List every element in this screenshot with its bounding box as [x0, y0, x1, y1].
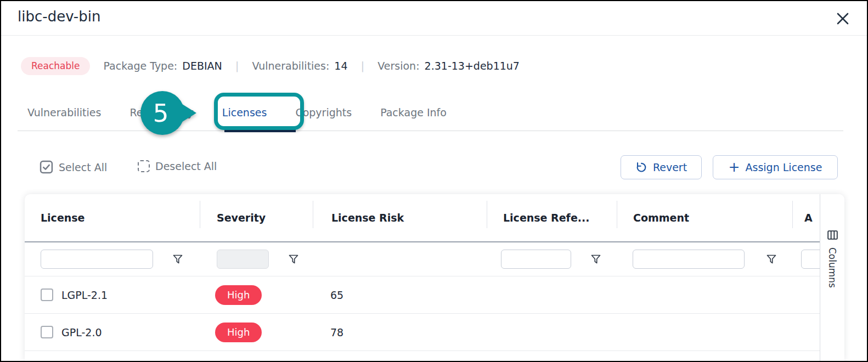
separator: |	[235, 59, 239, 72]
checkbox-checked-icon	[40, 160, 53, 174]
undo-icon	[635, 161, 647, 173]
separator: |	[361, 59, 365, 72]
package-type: Package Type: DEBIAN	[103, 60, 222, 72]
columns-panel-label: Columns	[827, 247, 838, 288]
table-header-row: License Severity License Risk License Re…	[25, 194, 820, 241]
filter-icon-license-reference[interactable]	[591, 254, 601, 264]
assign-license-button[interactable]: + Assign License	[713, 155, 838, 179]
vulnerabilities-count: Vulnerabilities: 14	[252, 60, 348, 72]
close-button[interactable]	[834, 10, 852, 28]
table-row: GPL-2.0 High 78	[25, 313, 820, 350]
filter-icon-comment[interactable]	[766, 254, 776, 264]
close-icon	[836, 12, 850, 26]
package-details-modal: libc-dev-bin Reachable Package Type: DEB…	[0, 0, 868, 362]
filter-input-license-reference[interactable]	[501, 250, 571, 269]
column-header-comment[interactable]: Comment	[617, 194, 792, 241]
column-header-license-risk[interactable]: License Risk	[313, 194, 487, 241]
column-header-license[interactable]: License	[25, 194, 200, 241]
severity-badge: High	[215, 285, 262, 305]
license-name: GPL-2.0	[61, 326, 102, 338]
header-divider	[1, 35, 867, 36]
version: Version: 2.31-13+deb11u7	[377, 60, 520, 72]
deselect-all-label: Deselect All	[155, 160, 217, 172]
column-header-a[interactable]: A	[792, 194, 820, 241]
version-label: Version:	[377, 60, 419, 72]
version-value: 2.31-13+deb11u7	[425, 60, 520, 72]
tab-vulnerabilities[interactable]: Vulnerabilities	[27, 106, 101, 118]
vulnerabilities-value: 14	[334, 60, 347, 72]
columns-icon	[827, 230, 838, 240]
annotation-step-balloon: 5	[138, 90, 198, 137]
license-risk-value: 78	[330, 326, 343, 338]
revert-label: Revert	[653, 161, 687, 173]
select-all-label: Select All	[59, 161, 107, 173]
table-row: LGPL-2.1 High 65	[25, 276, 820, 313]
revert-button[interactable]: Revert	[621, 155, 702, 179]
tab-package-info[interactable]: Package Info	[380, 106, 447, 118]
annotation-highlight-box	[214, 93, 304, 130]
columns-panel-button[interactable]: Columns	[820, 194, 844, 361]
deselect-all-button[interactable]: Deselect All	[138, 160, 217, 172]
row-checkbox[interactable]	[41, 326, 53, 338]
vulnerabilities-label: Vulnerabilities:	[252, 60, 330, 72]
filter-icon-severity[interactable]	[289, 254, 298, 264]
column-header-license-reference[interactable]: License Refe...	[487, 194, 617, 241]
severity-badge: High	[215, 323, 262, 342]
annotation-step-number: 5	[153, 99, 169, 128]
select-all-button[interactable]: Select All	[40, 160, 107, 174]
checkbox-dashed-icon	[138, 160, 150, 172]
package-type-value: DEBIAN	[182, 60, 222, 72]
column-header-severity[interactable]: Severity	[200, 194, 313, 241]
table-row-partial	[25, 350, 820, 361]
filter-input-license[interactable]	[41, 250, 153, 269]
license-risk-value: 65	[330, 289, 343, 301]
filter-input-severity	[217, 250, 269, 269]
filter-input-a[interactable]	[801, 250, 820, 269]
licenses-table: License Severity License Risk License Re…	[25, 194, 820, 361]
package-type-label: Package Type:	[103, 60, 177, 72]
package-meta-row: Reachable Package Type: DEBIAN | Vulnera…	[21, 55, 520, 76]
licenses-table-card: License Severity License Risk License Re…	[25, 194, 844, 361]
reachable-badge: Reachable	[21, 57, 90, 75]
filter-input-comment[interactable]	[633, 250, 745, 269]
page-title: libc-dev-bin	[18, 8, 100, 25]
license-name: LGPL-2.1	[61, 289, 108, 301]
filter-row	[25, 242, 820, 276]
row-checkbox[interactable]	[41, 289, 53, 301]
plus-icon: +	[729, 160, 740, 174]
assign-license-label: Assign License	[746, 161, 822, 173]
filter-icon-license[interactable]	[173, 254, 183, 264]
